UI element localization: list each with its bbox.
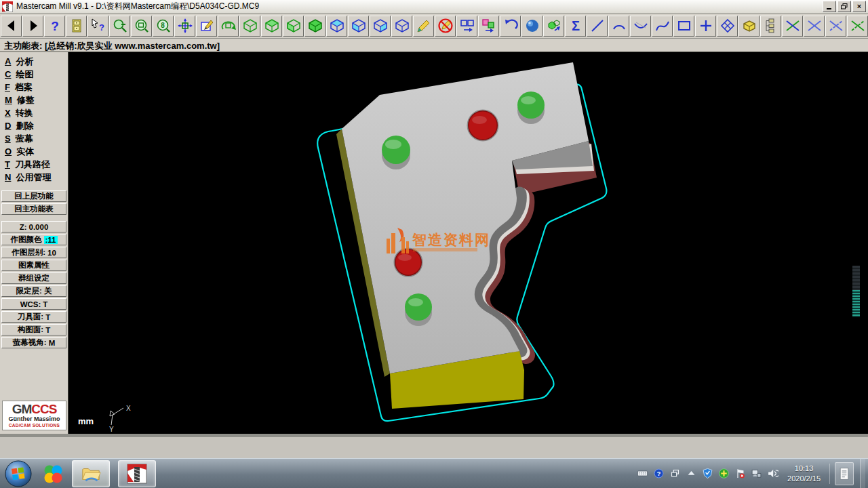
taskbar-clock[interactable]: 10:13 2020/2/15 — [787, 464, 821, 484]
shield-icon[interactable] — [702, 468, 713, 479]
solids-manager-button[interactable] — [543, 16, 564, 37]
back-arrow-button[interactable] — [1, 16, 22, 37]
edge-widget[interactable] — [852, 266, 860, 317]
repaint-button[interactable] — [196, 16, 217, 37]
window-title: Mastercam Mill v9.1 - D:\资料网Mastercam编程\… — [16, 1, 259, 12]
copy-button[interactable] — [456, 16, 477, 37]
gview-front-button[interactable] — [348, 16, 369, 37]
zoom-window-button[interactable] — [131, 16, 152, 37]
status-label: 刀具面: — [18, 312, 43, 322]
draw-color-button[interactable]: 作图颜色:11 — [1, 234, 66, 245]
levels-button[interactable] — [760, 16, 781, 37]
sidebar-item-m[interactable]: M修整 — [0, 94, 68, 107]
trim-button[interactable] — [782, 16, 803, 37]
curve-button[interactable] — [630, 16, 651, 37]
z-depth-button[interactable]: Z:0.000 — [1, 221, 66, 232]
point-button[interactable] — [695, 16, 716, 37]
main-menu-button[interactable]: 回主功能表 — [1, 203, 66, 215]
sidebar-item-f[interactable]: F档案 — [0, 81, 68, 94]
spline-button[interactable] — [652, 16, 673, 37]
construction-plane-button[interactable]: 构图面:T — [1, 324, 66, 336]
file-cabinet-icon — [68, 18, 85, 34]
shaded-view-button[interactable] — [304, 16, 326, 37]
keyboard-icon[interactable] — [637, 468, 648, 479]
mask-level-button[interactable]: 限定层:关 — [1, 285, 66, 297]
screen-view-button[interactable]: 萤幕视角:M — [1, 337, 66, 348]
entity-attributes-button[interactable]: 图素属性 — [1, 260, 66, 271]
surface-button[interactable] — [717, 16, 738, 37]
sidebar-item-o[interactable]: O实体 — [0, 146, 68, 159]
divide-button[interactable] — [847, 16, 868, 37]
volume-icon[interactable] — [767, 468, 778, 479]
prompt-strip — [0, 434, 868, 458]
no-sketch-button[interactable] — [435, 16, 456, 37]
gview-iso-button[interactable] — [391, 16, 412, 37]
rotate-view-button[interactable] — [218, 16, 239, 37]
sidebar-item-a[interactable]: A分析 — [0, 56, 68, 68]
pan-button[interactable] — [174, 16, 195, 37]
hole-green-1 — [382, 136, 410, 169]
line-button[interactable] — [587, 16, 608, 37]
draw-level-button[interactable]: 作图层别:10 — [1, 247, 66, 258]
solid-box-button[interactable] — [738, 16, 760, 37]
sidebar-item-s[interactable]: S萤幕 — [0, 133, 68, 146]
zoom-button[interactable] — [109, 16, 130, 37]
status-value: 关 — [44, 286, 52, 296]
sidebar-item-t[interactable]: T刀具路径 — [0, 159, 68, 171]
sidebar-item-label: 修整 — [17, 95, 35, 105]
close-button[interactable]: × — [852, 1, 866, 12]
back-up-menu-button[interactable]: 回上层功能 — [1, 190, 66, 202]
file-cabinet-button[interactable] — [66, 16, 87, 37]
sum-button[interactable]: Σ — [565, 16, 586, 37]
curve-icon — [633, 18, 649, 34]
notes-tray-button[interactable] — [835, 462, 854, 485]
right-view-button[interactable] — [283, 16, 304, 37]
restore-button[interactable] — [837, 1, 851, 12]
unzoom-button[interactable]: 8 — [153, 16, 174, 37]
graphics-viewport[interactable]: 智造资料网 X Y mm — [68, 52, 868, 434]
no-sketch-icon — [437, 18, 454, 34]
show-desktop-strip[interactable] — [860, 459, 865, 488]
close-icon: × — [857, 3, 861, 10]
sidebar-item-label: 分析 — [16, 56, 33, 66]
trim-two-button[interactable] — [804, 16, 825, 37]
iso-view-button[interactable] — [239, 16, 260, 37]
cursor-help-icon: ? — [90, 18, 106, 34]
taskbar-explorer-button[interactable] — [72, 460, 110, 487]
sidebar-item-c[interactable]: C绘图 — [0, 68, 68, 81]
status-label: Z: — [20, 223, 27, 231]
antivirus-icon[interactable] — [718, 468, 730, 479]
action-center-flag-icon[interactable] — [734, 468, 746, 479]
network-icon[interactable] — [751, 468, 762, 479]
status-value: 10 — [47, 249, 56, 257]
sidebar-item-x[interactable]: X转换 — [0, 107, 68, 120]
sidebar-item-d[interactable]: D删除 — [0, 120, 68, 133]
cursor-help-button[interactable]: ? — [87, 16, 108, 37]
sidebar-item-n[interactable]: N公用管理 — [0, 171, 68, 184]
gview-front-icon — [351, 18, 367, 34]
minimize-button[interactable] — [823, 1, 836, 12]
forward-arrow-button[interactable] — [22, 16, 43, 37]
restore-window-icon[interactable] — [669, 468, 681, 479]
gview-side-button[interactable] — [370, 16, 391, 37]
svg-text:?: ? — [51, 19, 59, 33]
group-settings-button[interactable]: 群组设定 — [1, 272, 66, 284]
undo-button[interactable] — [500, 16, 521, 37]
ime-help-icon[interactable]: ? — [653, 468, 665, 479]
break-button[interactable] — [825, 16, 846, 37]
quad-circles-app-icon[interactable] — [42, 463, 64, 485]
sketch-button[interactable] — [413, 16, 434, 37]
arc-button[interactable] — [608, 16, 629, 37]
wcs-button[interactable]: WCS:T — [1, 298, 66, 310]
render-button[interactable] — [521, 16, 542, 37]
tool-plane-button[interactable]: 刀具面:T — [1, 311, 66, 323]
chevron-up-icon[interactable] — [686, 468, 697, 479]
transform-button[interactable] — [478, 16, 499, 37]
gview-top-button[interactable] — [326, 16, 347, 37]
taskbar-mastercam-button[interactable] — [118, 460, 156, 487]
start-button[interactable] — [4, 460, 33, 488]
front-view-button[interactable] — [261, 16, 282, 37]
rectangle-button[interactable] — [673, 16, 694, 37]
sidebar-item-label: 转换 — [16, 108, 33, 118]
help-button[interactable]: ? — [44, 16, 65, 37]
